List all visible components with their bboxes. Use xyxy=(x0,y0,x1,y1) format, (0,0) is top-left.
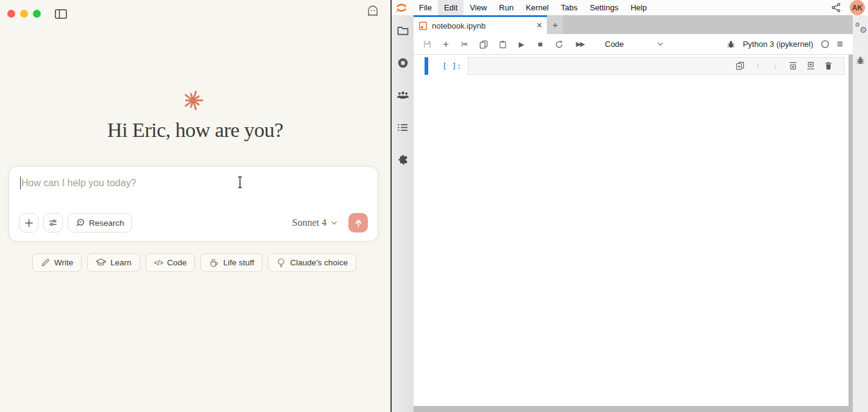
chevron-down-icon xyxy=(657,42,663,46)
insert-cell-below-icon[interactable] xyxy=(806,61,816,71)
running-kernels-icon[interactable] xyxy=(396,55,409,71)
table-of-contents-icon[interactable] xyxy=(396,120,409,135)
menu-help[interactable]: Help xyxy=(624,0,653,15)
insert-cell-icon[interactable]: + xyxy=(440,38,451,51)
move-cell-down-icon[interactable]: ↓ xyxy=(771,61,780,71)
menu-edit[interactable]: Edit xyxy=(438,0,464,15)
chip-life-stuff[interactable]: Life stuff xyxy=(200,253,263,272)
cell-type-dropdown[interactable]: Code xyxy=(605,40,663,49)
save-icon[interactable] xyxy=(422,40,432,49)
menu-view[interactable]: View xyxy=(464,0,493,15)
zoom-window-button[interactable] xyxy=(33,10,41,18)
arrow-up-icon xyxy=(354,218,363,228)
jupyter-menubar: File Edit View Run Kernel Tabs Settings … xyxy=(392,0,868,15)
menu-file[interactable]: File xyxy=(413,0,438,15)
property-inspector-gears-icon[interactable]: ⚙ ⚙ xyxy=(855,23,866,35)
notebook-content[interactable]: [ ]: ↑ ↓ xyxy=(414,55,853,412)
menu-kernel[interactable]: Kernel xyxy=(520,0,555,15)
mouse-ibeam-cursor xyxy=(237,176,243,189)
insert-cell-above-icon[interactable] xyxy=(788,61,798,71)
text-caret xyxy=(20,176,21,189)
chip-label: Write xyxy=(54,258,73,267)
code-cell: [ ]: ↑ ↓ xyxy=(425,57,844,75)
claude-window: Hi Eric, how are you? How can I help you… xyxy=(0,0,390,412)
chip-code[interactable]: </> Code xyxy=(146,253,196,272)
menu-run[interactable]: Run xyxy=(493,0,520,15)
suggestion-chips: Write Learn </> Code Life stuff xyxy=(32,253,356,272)
coffee-cup-icon xyxy=(209,258,219,268)
debugger-bug-icon[interactable] xyxy=(727,40,735,49)
restart-kernel-icon[interactable] xyxy=(554,40,565,49)
jupyter-logo-icon xyxy=(395,1,408,15)
debugger-sidebar-bug-icon[interactable] xyxy=(856,56,865,65)
run-cell-icon[interactable]: ▶ xyxy=(516,40,527,49)
hamburger-menu-icon[interactable]: ≡ xyxy=(837,38,843,51)
graduation-cap-icon xyxy=(96,258,106,267)
chip-learn[interactable]: Learn xyxy=(87,253,140,272)
new-tab-button[interactable]: + xyxy=(548,15,563,34)
notebook-file-icon xyxy=(418,21,428,30)
cell-prompt: [ ]: xyxy=(442,57,468,75)
close-window-button[interactable] xyxy=(7,10,15,18)
collaboration-users-icon[interactable] xyxy=(396,88,409,103)
copy-cells-icon[interactable] xyxy=(478,40,489,49)
kernel-status-circle-icon[interactable] xyxy=(820,40,830,49)
dock-tab-bar: notebook.ipynb × + xyxy=(414,15,853,34)
scrollbar-gutter-horizontal[interactable] xyxy=(414,406,853,412)
stop-kernel-icon[interactable]: ■ xyxy=(535,40,546,49)
research-label: Research xyxy=(89,218,124,228)
right-sidebar: ⚙ ⚙ xyxy=(853,15,868,412)
composer-placeholder: How can I help you today? xyxy=(21,178,136,189)
composer-toolbar: Research Sonnet 4 xyxy=(19,213,368,232)
user-avatar[interactable]: AK xyxy=(850,0,865,15)
paste-cells-icon[interactable] xyxy=(497,40,508,49)
ghost-incognito-icon[interactable] xyxy=(367,5,380,19)
model-selector[interactable]: Sonnet 4 xyxy=(292,217,337,228)
screen: Hi Eric, how are you? How can I help you… xyxy=(0,0,868,412)
left-activity-bar xyxy=(392,15,414,412)
restart-run-all-icon[interactable]: ▶▶ xyxy=(573,40,587,48)
research-button[interactable]: Research xyxy=(68,213,132,232)
menu-tabs[interactable]: Tabs xyxy=(555,0,584,15)
file-browser-icon[interactable] xyxy=(396,23,409,38)
chat-composer[interactable]: How can I help you today? Research xyxy=(9,166,378,242)
jupyter-body: notebook.ipynb × + + ✂ xyxy=(392,15,868,412)
delete-cell-trash-icon[interactable] xyxy=(824,61,833,71)
notebook-panel: notebook.ipynb × + + ✂ xyxy=(414,15,853,412)
share-icon[interactable] xyxy=(831,2,842,13)
tab-title: notebook.ipynb xyxy=(432,21,485,30)
menu-settings[interactable]: Settings xyxy=(584,0,624,15)
minimize-window-button[interactable] xyxy=(20,10,28,18)
tools-sliders-button[interactable] xyxy=(43,213,63,232)
extension-manager-puzzle-icon[interactable] xyxy=(396,152,409,167)
research-magnifier-icon xyxy=(76,218,85,228)
toolbar-right-group: Python 3 (ipykernel) ≡ xyxy=(727,38,853,51)
kernel-name-label[interactable]: Python 3 (ipykernel) xyxy=(743,40,813,49)
chip-write[interactable]: Write xyxy=(32,253,82,272)
window-controls xyxy=(7,10,41,18)
chip-label: Claude's choice xyxy=(290,258,348,267)
scrollbar-gutter-vertical[interactable] xyxy=(849,55,853,412)
jupyterlab-window: File Edit View Run Kernel Tabs Settings … xyxy=(392,0,868,412)
chip-label: Learn xyxy=(110,258,132,267)
chip-label: Life stuff xyxy=(223,258,254,267)
chip-claudes-choice[interactable]: Claude's choice xyxy=(268,253,356,272)
claude-logo-starburst xyxy=(182,89,205,112)
move-cell-up-icon[interactable]: ↑ xyxy=(753,61,763,71)
lightbulb-icon xyxy=(277,257,286,268)
sidebar-toggle-icon[interactable] xyxy=(55,9,67,19)
pencil-icon xyxy=(41,258,50,267)
chevron-down-icon xyxy=(331,221,337,225)
tab-notebook[interactable]: notebook.ipynb × xyxy=(414,15,547,34)
greeting-heading: Hi Eric, how are you? xyxy=(0,119,390,142)
code-brackets-icon: </> xyxy=(154,259,163,267)
cell-type-value: Code xyxy=(605,40,624,49)
chip-label: Code xyxy=(167,258,186,267)
cell-editor[interactable]: ↑ ↓ xyxy=(468,57,844,75)
attach-plus-button[interactable] xyxy=(19,213,38,232)
send-button[interactable] xyxy=(348,213,368,232)
close-tab-icon[interactable]: × xyxy=(537,21,542,30)
cell-collapser[interactable] xyxy=(425,57,428,75)
cut-cells-icon[interactable]: ✂ xyxy=(459,39,470,50)
duplicate-cell-icon[interactable] xyxy=(735,61,745,71)
